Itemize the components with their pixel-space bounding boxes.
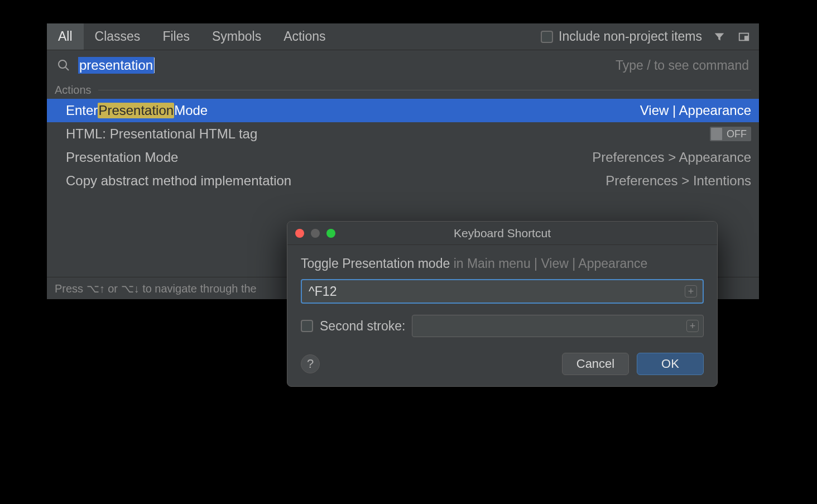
results-section-header: Actions xyxy=(47,80,759,99)
fullscreen-window-icon[interactable] xyxy=(326,229,335,238)
add-shortcut-icon[interactable]: + xyxy=(686,320,699,332)
result-label: Presentation Mode xyxy=(66,150,178,165)
tab-actions[interactable]: Actions xyxy=(272,23,337,50)
second-stroke-row: Second stroke: + xyxy=(301,315,704,337)
second-stroke-checkbox[interactable] xyxy=(301,320,313,332)
dialog-button-row: ? Cancel OK xyxy=(301,353,704,375)
second-stroke-input[interactable]: + xyxy=(412,315,704,337)
close-window-icon[interactable] xyxy=(295,229,304,238)
minimize-window-icon xyxy=(311,229,320,238)
help-button[interactable]: ? xyxy=(301,354,320,373)
filter-icon[interactable] xyxy=(710,27,729,46)
result-label: Enter Presentation Mode xyxy=(66,103,208,118)
result-label: HTML: Presentational HTML tag xyxy=(66,126,257,142)
shortcut-input[interactable]: ^F12 + xyxy=(301,279,704,304)
dialog-action-name: Toggle Presentation mode xyxy=(301,256,450,271)
result-location: Preferences > Intentions xyxy=(605,173,751,189)
second-stroke-label: Second stroke: xyxy=(320,319,405,334)
ok-button[interactable]: OK xyxy=(637,353,704,375)
tab-label: Actions xyxy=(283,29,325,44)
result-row[interactable]: HTML: Presentational HTML tag OFF xyxy=(47,122,759,146)
result-row[interactable]: Enter Presentation Mode View | Appearanc… xyxy=(47,99,759,122)
search-hint: Type / to see command xyxy=(616,58,749,73)
search-value: presentation xyxy=(78,57,154,74)
include-non-project-label: Include non-project items xyxy=(559,29,702,44)
window-controls xyxy=(287,229,335,238)
search-row: presentation Type / to see command xyxy=(47,50,759,80)
shortcut-value: ^F12 xyxy=(309,284,337,299)
search-input[interactable]: presentation Type / to see command xyxy=(78,57,749,74)
result-row[interactable]: Presentation Mode Preferences > Appearan… xyxy=(47,146,759,169)
tab-all[interactable]: All xyxy=(47,23,84,50)
tab-symbols[interactable]: Symbols xyxy=(201,23,272,50)
help-icon: ? xyxy=(307,357,314,371)
tab-label: All xyxy=(58,29,73,44)
svg-rect-1 xyxy=(744,36,748,40)
result-row[interactable]: Copy abstract method implementation Pref… xyxy=(47,169,759,193)
result-toggle[interactable]: OFF xyxy=(710,127,751,141)
dialog-action-path: in Main menu | View | Appearance xyxy=(454,256,648,271)
search-icon xyxy=(57,59,70,72)
tab-label: Files xyxy=(162,29,190,44)
include-non-project-checkbox[interactable] xyxy=(541,31,553,43)
pin-window-icon[interactable] xyxy=(734,27,753,46)
toggle-label: OFF xyxy=(727,128,747,140)
section-label: Actions xyxy=(55,84,92,97)
cancel-button[interactable]: Cancel xyxy=(562,353,629,375)
keyboard-shortcut-dialog: Keyboard Shortcut Toggle Presentation mo… xyxy=(287,221,718,387)
result-location: Preferences > Appearance xyxy=(592,150,751,165)
result-location: View | Appearance xyxy=(640,103,751,118)
dialog-title: Keyboard Shortcut xyxy=(287,227,717,240)
dialog-action-description: Toggle Presentation mode in Main menu | … xyxy=(301,256,704,271)
tabs-row: All Classes Files Symbols Actions Includ… xyxy=(47,23,759,50)
result-label: Copy abstract method implementation xyxy=(66,173,291,189)
add-shortcut-icon[interactable]: + xyxy=(685,285,697,297)
tab-label: Symbols xyxy=(212,29,261,44)
svg-line-3 xyxy=(66,68,69,71)
tab-label: Classes xyxy=(95,29,141,44)
tab-files[interactable]: Files xyxy=(151,23,201,50)
svg-point-2 xyxy=(59,60,66,68)
dialog-titlebar[interactable]: Keyboard Shortcut xyxy=(287,222,717,245)
tab-classes[interactable]: Classes xyxy=(84,23,152,50)
dialog-body: Toggle Presentation mode in Main menu | … xyxy=(287,245,717,386)
include-non-project-option[interactable]: Include non-project items xyxy=(541,29,710,44)
